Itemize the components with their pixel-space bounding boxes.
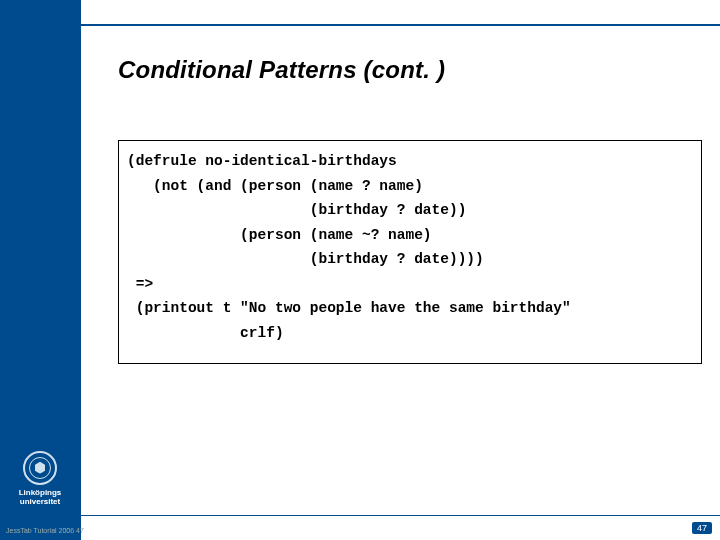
page-badge: 47 xyxy=(692,522,712,534)
code-line: (person (name ~? name) xyxy=(127,223,693,248)
code-line: (birthday ? date)) xyxy=(127,198,693,223)
code-line: => xyxy=(127,272,693,297)
code-line: (printout t "No two people have the same… xyxy=(127,296,693,321)
seal-icon xyxy=(23,451,57,485)
code-line: (defrule no-identical-birthdays xyxy=(127,149,693,174)
university-logo: Linköpings universitet xyxy=(6,451,74,506)
code-box: (defrule no-identical-birthdays (not (an… xyxy=(118,140,702,364)
code-line: (not (and (person (name ? name) xyxy=(127,174,693,199)
slide-title: Conditional Patterns (cont. ) xyxy=(118,56,445,84)
top-band xyxy=(0,0,720,26)
footer-left: JessTab Tutorial 2006 xyxy=(6,527,74,534)
code-line: crlf) xyxy=(127,321,693,346)
slide: Conditional Patterns (cont. ) (defrule n… xyxy=(0,0,720,540)
footer-number: 47 xyxy=(76,527,84,534)
code-line: (birthday ? date)))) xyxy=(127,247,693,272)
university-name: Linköpings universitet xyxy=(6,488,74,506)
footer-rule xyxy=(0,515,720,516)
